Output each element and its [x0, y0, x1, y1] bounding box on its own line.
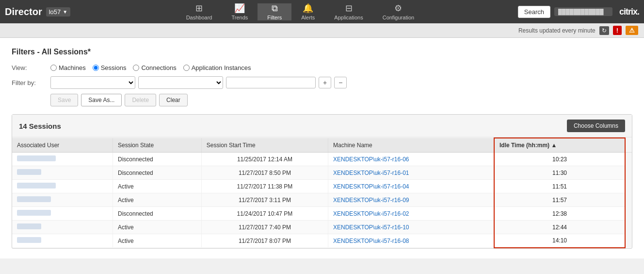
- cell-machine[interactable]: XENDESKTOP\uk-i57-r16-01: [328, 166, 494, 180]
- top-navigation: Director lo57 ▼ ⊞ Dashboard 📈 Trends ⧉ F…: [0, 0, 644, 23]
- machine-link[interactable]: XENDESKTOP\uk-i57-r16-01: [333, 170, 409, 176]
- cell-machine[interactable]: XENDESKTOP\uk-i57-r16-09: [328, 193, 494, 207]
- warning-button[interactable]: ⚠: [626, 26, 638, 35]
- page-title: Filters - All Sessions*: [12, 48, 632, 56]
- scrollbar-header: [625, 138, 632, 153]
- scroll-spacer: [625, 234, 632, 248]
- cell-state: Disconnected: [113, 207, 202, 221]
- clear-button[interactable]: Clear: [159, 94, 188, 106]
- machine-link[interactable]: XENDESKTOP\uk-i57-r16-08: [333, 238, 409, 244]
- nav-configuration-label: Configuration: [383, 15, 414, 20]
- table-body: Disconnected11/25/2017 12:14 AMXENDESKTO…: [12, 153, 632, 248]
- machine-link[interactable]: XENDESKTOP\uk-i57-r16-02: [333, 210, 409, 217]
- user-blur: [17, 196, 51, 202]
- nav-dashboard-label: Dashboard: [186, 15, 212, 20]
- col-state[interactable]: Session State: [113, 138, 202, 153]
- table-header-bar: 14 Sessions Choose Columns: [12, 115, 632, 137]
- user-blur: [17, 169, 41, 175]
- refresh-button[interactable]: ↻: [599, 26, 609, 35]
- cell-machine[interactable]: XENDESKTOP\uk-i57-r16-06: [328, 153, 494, 166]
- topnav-right: Search ████████████ citrix.: [518, 6, 639, 18]
- nav-applications-label: Applications: [334, 15, 363, 20]
- cell-idle-time: 11:30: [494, 166, 625, 180]
- filterby-row: Filter by: + −: [12, 76, 632, 89]
- cell-idle-time: 12:44: [494, 221, 625, 234]
- cell-user: [12, 180, 113, 193]
- alerts-icon: 🔔: [303, 3, 313, 14]
- cell-user: [12, 193, 113, 207]
- action-buttons: Save Save As... Delete Clear: [50, 94, 632, 106]
- choose-columns-button[interactable]: Choose Columns: [567, 120, 625, 132]
- radio-sessions[interactable]: Sessions: [93, 64, 127, 71]
- radio-appinstances[interactable]: Application Instances: [183, 64, 251, 71]
- trends-icon: 📈: [234, 3, 245, 14]
- nav-alerts[interactable]: 🔔 Alerts: [291, 3, 324, 20]
- site-name: lo57: [49, 8, 61, 16]
- cell-machine[interactable]: XENDESKTOP\uk-i57-r16-04: [328, 180, 494, 193]
- nav-configuration[interactable]: ⚙ Configuration: [373, 3, 424, 20]
- scroll-spacer: [625, 207, 632, 221]
- machine-link[interactable]: XENDESKTOP\uk-i57-r16-10: [333, 224, 409, 231]
- citrix-logo: citrix.: [619, 7, 639, 17]
- nav-dashboard[interactable]: ⊞ Dashboard: [177, 3, 222, 20]
- filter-select-1[interactable]: [50, 76, 135, 89]
- search-button[interactable]: Search: [518, 6, 550, 18]
- view-row: View: Machines Sessions Connections Appl…: [12, 64, 632, 71]
- cell-machine[interactable]: XENDESKTOP\uk-i57-r16-02: [328, 207, 494, 221]
- site-selector[interactable]: lo57 ▼: [46, 7, 70, 17]
- table-row: Disconnected11/25/2017 12:14 AMXENDESKTO…: [12, 153, 632, 166]
- scroll-spacer: [625, 153, 632, 166]
- col-machine[interactable]: Machine Name: [328, 138, 494, 153]
- filterby-label: Filter by:: [12, 79, 46, 86]
- status-text: Results updated every minute: [518, 27, 596, 34]
- cell-state: Active: [113, 221, 202, 234]
- table-row: Active11/27/2017 3:11 PMXENDESKTOP\uk-i5…: [12, 193, 632, 207]
- filters-icon: ⧉: [272, 3, 278, 14]
- remove-filter-button[interactable]: −: [334, 77, 347, 88]
- dashboard-icon: ⊞: [195, 3, 203, 14]
- machine-link[interactable]: XENDESKTOP\uk-i57-r16-06: [333, 156, 409, 163]
- cell-idle-time: 10:23: [494, 153, 625, 166]
- col-idle-time[interactable]: Idle Time (hh:mm) ▲: [494, 138, 625, 153]
- view-label: View:: [12, 64, 46, 71]
- view-radio-group: Machines Sessions Connections Applicatio…: [50, 64, 251, 71]
- nav-applications[interactable]: ⊟ Applications: [324, 3, 372, 20]
- save-button[interactable]: Save: [50, 94, 78, 106]
- nav-filters[interactable]: ⧉ Filters: [258, 3, 291, 20]
- radio-connections[interactable]: Connections: [133, 64, 176, 71]
- radio-appinstances-input[interactable]: [183, 65, 190, 71]
- col-start-time[interactable]: Session Start Time: [201, 138, 328, 153]
- filter-select-2[interactable]: [138, 76, 223, 89]
- cell-state: Disconnected: [113, 153, 202, 166]
- radio-machines-input[interactable]: [50, 65, 57, 71]
- configuration-icon: ⚙: [394, 3, 402, 14]
- radio-machines[interactable]: Machines: [50, 64, 86, 71]
- add-filter-button[interactable]: +: [319, 77, 331, 88]
- save-as-button[interactable]: Save As...: [81, 94, 122, 106]
- filter-dropdowns: + −: [50, 76, 347, 89]
- user-blur: [17, 183, 56, 188]
- machine-link[interactable]: XENDESKTOP\uk-i57-r16-09: [333, 197, 409, 204]
- alert-button[interactable]: !: [613, 26, 622, 35]
- delete-button[interactable]: Delete: [125, 94, 156, 106]
- cell-idle-time: 14:10: [494, 234, 625, 248]
- radio-appinstances-label: Application Instances: [192, 64, 251, 71]
- cell-user: [12, 166, 113, 180]
- cell-state: Active: [113, 180, 202, 193]
- radio-connections-input[interactable]: [133, 65, 139, 71]
- filter-text-input[interactable]: [226, 77, 316, 88]
- scroll-spacer: [625, 221, 632, 234]
- nav-trends[interactable]: 📈 Trends: [222, 3, 258, 20]
- cell-machine[interactable]: XENDESKTOP\uk-i57-r16-10: [328, 221, 494, 234]
- main-content: Filters - All Sessions* View: Machines S…: [0, 38, 644, 258]
- machine-link[interactable]: XENDESKTOP\uk-i57-r16-04: [333, 183, 409, 190]
- brand-title: Director: [5, 6, 42, 17]
- scroll-spacer: [625, 180, 632, 193]
- cell-machine[interactable]: XENDESKTOP\uk-i57-r16-08: [328, 234, 494, 248]
- radio-sessions-input[interactable]: [93, 65, 99, 71]
- nav-items: ⊞ Dashboard 📈 Trends ⧉ Filters 🔔 Alerts …: [82, 3, 518, 20]
- table-header-row: Associated User Session State Session St…: [12, 138, 632, 153]
- cell-user: [12, 221, 113, 234]
- col-user[interactable]: Associated User: [12, 138, 113, 153]
- cell-user: [12, 153, 113, 166]
